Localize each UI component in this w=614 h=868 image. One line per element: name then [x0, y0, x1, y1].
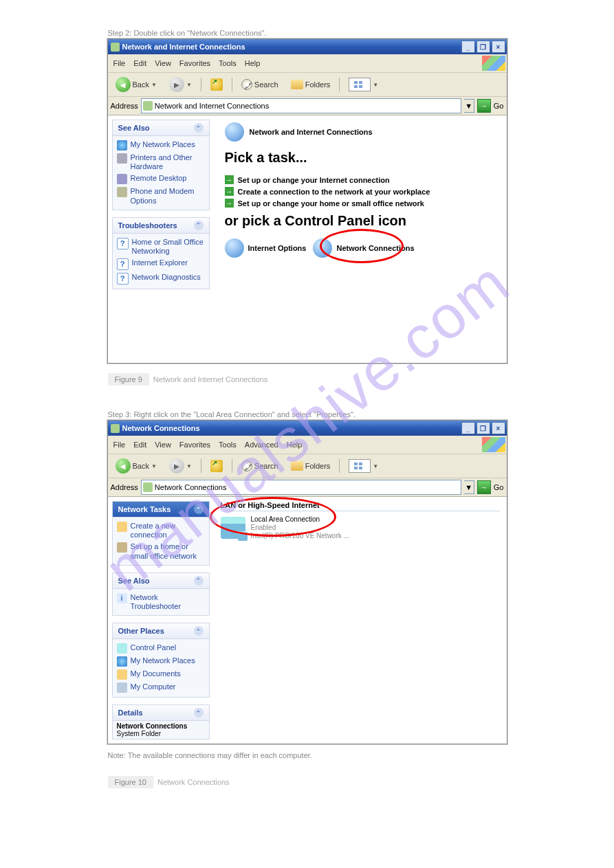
link-my-network-places[interactable]: My Network Places [117, 139, 205, 152]
toolbar: ◄Back ▼ ► ▼ Search Folders ▼ [108, 454, 507, 478]
panel-header[interactable]: See Also⌃ [113, 120, 209, 136]
panel-header[interactable]: Other Places⌃ [113, 623, 209, 639]
close-button[interactable]: × [492, 422, 505, 434]
arrow-icon: → [225, 187, 234, 196]
cp-network-connections[interactable]: Network Connections [313, 238, 414, 258]
address-bar: Address Network Connections ▼ → Go [108, 478, 507, 497]
menubar: File Edit View Favorites Tools Advanced … [108, 436, 507, 454]
arrow-icon: → [225, 175, 234, 184]
back-button[interactable]: ◄Back ▼ [111, 75, 162, 94]
task-setup-internet[interactable]: →Set up or change your Internet connecti… [225, 175, 496, 184]
menu-help[interactable]: Help [283, 439, 307, 450]
go-label: Go [494, 483, 504, 491]
svg-rect-3 [359, 85, 362, 88]
address-icon [143, 482, 153, 492]
folders-button[interactable]: Folders [286, 459, 336, 473]
collapse-icon[interactable]: ⌃ [194, 626, 204, 636]
go-button[interactable]: → [477, 480, 491, 494]
windows-logo-icon [482, 437, 505, 452]
views-button[interactable]: ▼ [344, 76, 383, 93]
lan-name: Local Area Connection [251, 515, 349, 524]
close-button[interactable]: × [492, 41, 505, 53]
forward-button[interactable]: ► ▼ [164, 456, 197, 476]
link-create-connection[interactable]: Create a new connection [117, 520, 205, 541]
menu-file[interactable]: File [109, 439, 130, 450]
address-label: Address [111, 483, 138, 491]
panel-header[interactable]: See Also⌃ [113, 573, 209, 589]
collapse-icon[interactable]: ⌃ [194, 504, 204, 514]
category-lan: LAN or High-Speed Internet [221, 501, 500, 511]
link-network-troubleshooter[interactable]: iNetwork Troubleshooter [117, 592, 205, 612]
menu-favorites[interactable]: Favorites [175, 439, 215, 450]
panel-header[interactable]: Network Tasks⌃ [113, 502, 209, 518]
windows-logo-icon [482, 56, 505, 71]
menu-view[interactable]: View [151, 439, 175, 450]
task-home-network[interactable]: →Set up or change your home or small off… [225, 199, 496, 208]
menu-help[interactable]: Help [241, 58, 265, 69]
pick-task-heading: Pick a task... [225, 150, 496, 166]
task-create-workplace[interactable]: →Create a connection to the network at y… [225, 187, 496, 196]
search-button[interactable]: Search [237, 458, 283, 474]
doc-note: Note: The available connections may diff… [108, 751, 507, 759]
lan-icon [221, 517, 245, 539]
views-button[interactable]: ▼ [344, 457, 383, 475]
toolbar: ◄Back ▼ ► ▼ Search Folders ▼ [108, 73, 507, 97]
window-icon [111, 43, 120, 52]
link-setup-home[interactable]: Set up a home or small office network [117, 541, 205, 561]
minimize-button[interactable]: _ [461, 422, 475, 434]
menu-tools[interactable]: Tools [215, 439, 241, 450]
collapse-icon[interactable]: ⌃ [194, 221, 204, 230]
link-printers-hardware[interactable]: Printers and Other Hardware [117, 152, 205, 173]
menu-tools[interactable]: Tools [215, 58, 241, 69]
back-button[interactable]: ◄Back ▼ [111, 456, 162, 476]
menu-edit[interactable]: Edit [129, 439, 151, 450]
menu-favorites[interactable]: Favorites [175, 58, 215, 69]
address-input[interactable]: Network and Internet Connections [141, 98, 461, 113]
panel-header[interactable]: Troubleshooters⌃ [113, 218, 209, 234]
link-control-panel[interactable]: Control Panel [117, 642, 205, 655]
menubar: File Edit View Favorites Tools Help [108, 54, 507, 73]
link-network-diag[interactable]: ?Network Diagnostics [117, 271, 205, 286]
collapse-icon[interactable]: ⌃ [194, 708, 204, 717]
menu-advanced[interactable]: Advanced [241, 439, 283, 450]
link-ie[interactable]: ?Internet Explorer [117, 257, 205, 271]
details-type: System Folder [117, 730, 161, 737]
address-dropdown[interactable]: ▼ [464, 99, 474, 113]
folders-button[interactable]: Folders [286, 78, 336, 91]
collapse-icon[interactable]: ⌃ [194, 123, 204, 133]
window-icon [111, 424, 120, 433]
titlebar-1[interactable]: Network and Internet Connections _ ❐ × [108, 39, 507, 54]
go-button[interactable]: → [477, 99, 491, 113]
menu-edit[interactable]: Edit [129, 58, 151, 69]
menu-file[interactable]: File [109, 58, 130, 69]
forward-button[interactable]: ► ▼ [164, 75, 197, 94]
link-my-network-places-2[interactable]: My Network Places [117, 655, 205, 668]
search-button[interactable]: Search [237, 77, 283, 92]
svg-rect-7 [359, 467, 362, 469]
address-dropdown[interactable]: ▼ [464, 480, 474, 494]
collapse-icon[interactable]: ⌃ [194, 576, 204, 586]
panel-header[interactable]: Details⌃ [113, 705, 209, 721]
up-button[interactable] [206, 76, 228, 93]
item-local-area-connection[interactable]: Local Area Connection Enabled Intel(R) P… [221, 515, 500, 540]
link-home-small-office[interactable]: ?Home or Small Office Networking [117, 236, 205, 257]
doc-step-text: Step 2: Double click on "Network Connect… [108, 29, 507, 37]
titlebar-2[interactable]: Network Connections _ ❐ × [108, 421, 507, 436]
internet-options-icon [225, 238, 244, 258]
svg-rect-2 [359, 81, 362, 84]
up-button[interactable] [206, 458, 228, 474]
network-connections-icon [313, 238, 332, 258]
link-my-documents[interactable]: My Documents [117, 668, 205, 681]
panel-see-also-2: See Also⌃ iNetwork Troubleshooter [112, 572, 210, 616]
link-remote-desktop[interactable]: Remote Desktop [117, 173, 205, 186]
link-phone-modem[interactable]: Phone and Modem Options [117, 186, 205, 206]
figure-caption-2: Figure 10Network Connections [102, 773, 512, 791]
svg-rect-5 [354, 467, 358, 469]
restore-button[interactable]: ❐ [476, 41, 490, 53]
address-input[interactable]: Network Connections [141, 480, 461, 495]
cp-internet-options[interactable]: Internet Options [225, 238, 307, 258]
link-my-computer[interactable]: My Computer [117, 681, 205, 694]
minimize-button[interactable]: _ [461, 41, 475, 53]
restore-button[interactable]: ❐ [476, 422, 490, 434]
menu-view[interactable]: View [151, 58, 175, 69]
